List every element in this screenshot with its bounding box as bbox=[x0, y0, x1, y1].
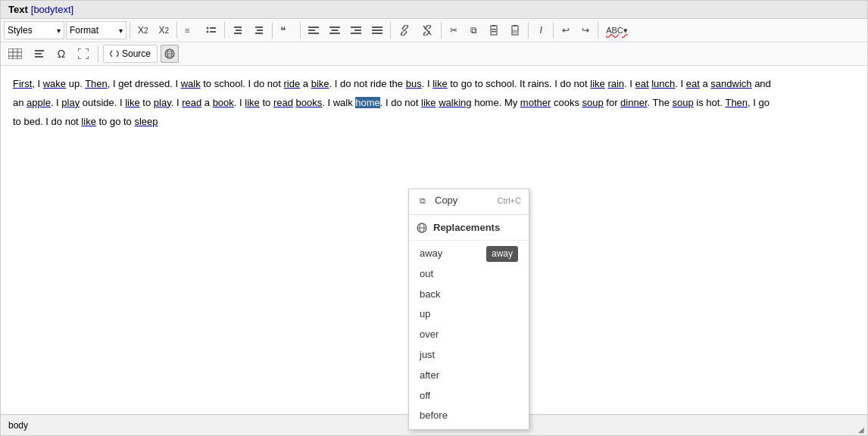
superscript-button[interactable]: X2 bbox=[155, 21, 174, 39]
status-body: body bbox=[8, 420, 28, 431]
align-justify-icon bbox=[372, 25, 382, 36]
source-code-icon bbox=[110, 49, 119, 58]
ol-icon: ≡ bbox=[185, 25, 195, 36]
indent-less-icon bbox=[233, 25, 243, 36]
replacement-away[interactable]: away away bbox=[409, 244, 529, 264]
replacement-after[interactable]: after bbox=[409, 366, 529, 386]
word-like2: like bbox=[590, 78, 605, 89]
ctx-separator-1 bbox=[409, 214, 529, 215]
redo-button[interactable]: ↪ bbox=[576, 21, 595, 39]
replacement-badge-away: away bbox=[486, 246, 518, 262]
word-first: First bbox=[13, 78, 32, 89]
source-label: Source bbox=[122, 48, 151, 59]
blockquote-button[interactable]: ❝ bbox=[276, 21, 297, 39]
replacement-up[interactable]: up bbox=[409, 304, 529, 325]
replacement-list: away away out back up over just bbox=[409, 241, 529, 430]
replacement-word-away: away bbox=[420, 246, 442, 262]
replacements-label: Replacements bbox=[433, 220, 500, 236]
copy-shortcut: Ctrl+C bbox=[498, 195, 521, 208]
word-walk1: walk bbox=[181, 78, 201, 89]
align-right-button[interactable] bbox=[346, 21, 366, 39]
word-book: book bbox=[213, 97, 234, 108]
resize-handle[interactable]: ◢ bbox=[855, 423, 867, 435]
replacement-word-out: out bbox=[420, 266, 433, 282]
spellcheck-button[interactable]: ABC▾ bbox=[601, 21, 632, 39]
svg-rect-19 bbox=[354, 30, 361, 31]
indent-less-button[interactable] bbox=[228, 21, 248, 39]
format-dropdown[interactable]: Format bbox=[66, 21, 126, 39]
svg-rect-27 bbox=[492, 25, 495, 26]
source-button[interactable]: Source bbox=[103, 45, 158, 63]
subscript-button[interactable]: X2 bbox=[133, 21, 153, 39]
unlink-button[interactable] bbox=[417, 21, 438, 39]
paste-word-icon: W bbox=[510, 25, 520, 36]
copy-menu-item[interactable]: ⧉ Copy Ctrl+C bbox=[409, 189, 529, 213]
ordered-list-button[interactable]: ≡ bbox=[180, 21, 200, 39]
align-center-icon bbox=[329, 25, 340, 36]
svg-rect-5 bbox=[234, 26, 242, 28]
word-sandwich: sandwich bbox=[710, 78, 751, 89]
align-justify-button[interactable] bbox=[367, 21, 387, 39]
replacement-word-before: before bbox=[420, 408, 448, 424]
table-button[interactable] bbox=[4, 45, 27, 63]
replacement-before[interactable]: before bbox=[409, 406, 529, 426]
indent-more-button[interactable] bbox=[249, 21, 269, 39]
word-like4: like bbox=[245, 97, 260, 108]
svg-rect-6 bbox=[236, 30, 242, 31]
special-chars-button[interactable]: Ω bbox=[52, 45, 70, 63]
svg-rect-23 bbox=[372, 33, 382, 34]
svg-rect-18 bbox=[351, 26, 361, 28]
table-icon bbox=[8, 48, 22, 59]
content-area[interactable]: First, I wake up. Then, I get dressed. I… bbox=[1, 66, 867, 353]
link-icon bbox=[398, 25, 411, 36]
paste-text-button[interactable] bbox=[484, 21, 504, 39]
cut-button[interactable]: ✂ bbox=[445, 21, 463, 39]
replacement-just[interactable]: just bbox=[409, 345, 529, 366]
fullscreen-button[interactable] bbox=[73, 45, 93, 63]
replacement-back[interactable]: back bbox=[409, 285, 529, 305]
align-left-button[interactable] bbox=[304, 21, 323, 39]
separator-r2-1 bbox=[98, 45, 98, 62]
italic-button[interactable]: I bbox=[532, 21, 550, 39]
replacement-over[interactable]: over bbox=[409, 325, 529, 345]
word-bike: bike bbox=[311, 78, 329, 89]
svg-point-3 bbox=[207, 31, 209, 33]
word-home-selected: home bbox=[355, 97, 380, 108]
paste-text-icon bbox=[489, 25, 499, 36]
unlink-icon bbox=[421, 25, 433, 36]
replacement-off[interactable]: off bbox=[409, 386, 529, 406]
paste-word-button[interactable]: W bbox=[505, 21, 525, 39]
word-like5: like bbox=[421, 97, 436, 108]
word-apple: apple bbox=[27, 97, 51, 108]
undo-button[interactable]: ↩ bbox=[557, 21, 575, 39]
word-then1: Then bbox=[85, 78, 108, 89]
word-bus: bus bbox=[406, 78, 422, 89]
separator-8 bbox=[528, 22, 529, 39]
word-walking: walking bbox=[439, 97, 471, 108]
link-button[interactable] bbox=[394, 21, 415, 39]
separator-10 bbox=[598, 22, 598, 39]
unordered-list-button[interactable] bbox=[201, 21, 221, 39]
replacements-header: Replacements bbox=[409, 216, 529, 241]
replacement-out[interactable]: out bbox=[409, 264, 529, 285]
svg-text:W: W bbox=[513, 29, 518, 34]
svg-point-1 bbox=[207, 27, 209, 30]
ul-icon bbox=[206, 25, 217, 36]
word-like6: like bbox=[81, 116, 96, 127]
align-center-button[interactable] bbox=[325, 21, 345, 39]
svg-rect-8 bbox=[255, 26, 263, 28]
svg-text:≡: ≡ bbox=[185, 26, 189, 35]
svg-rect-10 bbox=[255, 33, 263, 34]
word-play2: play bbox=[154, 97, 171, 108]
svg-rect-9 bbox=[257, 30, 263, 31]
language-button[interactable] bbox=[161, 45, 179, 63]
paragraph-button[interactable] bbox=[30, 45, 49, 63]
editor-wrapper: Text [bodytext] Styles Format X2 X2 ≡ bbox=[0, 0, 868, 436]
title-bar: Text [bodytext] bbox=[1, 1, 867, 19]
word-rain: rain bbox=[607, 78, 624, 89]
word-soup1: soup bbox=[582, 97, 604, 108]
toolbar-row2: Ω Source bbox=[1, 42, 867, 66]
separator-9 bbox=[553, 22, 554, 39]
styles-dropdown[interactable]: Styles bbox=[4, 21, 64, 39]
copy-button[interactable]: ⧉ bbox=[464, 21, 482, 39]
